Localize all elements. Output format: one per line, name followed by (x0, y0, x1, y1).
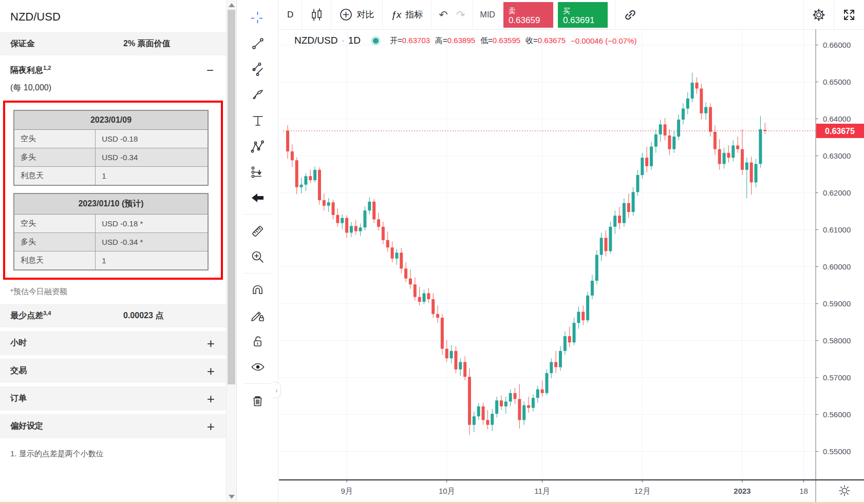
min-spread-footnote-sup: 3,4 (43, 310, 51, 316)
crosshair-icon[interactable] (246, 5, 270, 31)
margin-row: 保证金 2% 票面价值 (0, 32, 226, 55)
overnight-footnote-sup: 1,2 (43, 65, 51, 71)
buy-price: 0.63691 (563, 15, 608, 26)
svg-text:0.56000: 0.56000 (823, 410, 851, 419)
min-spread-row: 最少点差3,4 0.00023 点 (0, 304, 226, 327)
high-value: 0.63895 (447, 36, 475, 45)
instrument-info-sidebar: NZD/USD 保证金 2% 票面价值 隔夜利息1,2 − (每 10,000)… (0, 0, 226, 502)
low-value: 0.63595 (493, 36, 520, 45)
sidebar-footnote: 1. 显示的点差是两个小数位 (0, 442, 226, 459)
svg-text:0.55000: 0.55000 (823, 447, 851, 456)
candlestick-chart[interactable]: 0.660000.650000.640000.630000.620000.610… (279, 29, 864, 504)
legend-interval: 1D (348, 35, 361, 46)
magnet-icon[interactable] (246, 277, 270, 303)
svg-text:11月: 11月 (534, 487, 550, 495)
funding-table-date: 2023/01/09 (14, 110, 208, 130)
scroll-up-arrow-icon[interactable] (229, 3, 235, 7)
toolbar-divider (244, 383, 272, 384)
svg-text:0.57000: 0.57000 (823, 373, 851, 382)
brush-icon[interactable] (246, 82, 270, 108)
close-value: 0.63675 (538, 36, 566, 45)
eye-icon[interactable] (246, 354, 270, 380)
xabcd-pattern-icon[interactable] (246, 133, 270, 159)
svg-text:9月: 9月 (341, 487, 352, 495)
fx-icon: ƒx (391, 9, 401, 21)
zoom-in-icon[interactable] (246, 244, 270, 269)
funding-table-row: 空头USD -0.18 * (14, 215, 208, 233)
buy-button[interactable]: 买 0.63691 (558, 2, 608, 28)
margin-value: 2% 票面价值 (123, 38, 171, 49)
link-button[interactable] (615, 1, 645, 29)
overnight-label: 隔夜利息 (10, 66, 43, 74)
funding-table-row: 多头USD -0.34 * (14, 233, 208, 251)
chart-canvas[interactable]: 0.660000.650000.640000.630000.620000.610… (279, 29, 864, 504)
accordion-小时[interactable]: 小时+ (0, 331, 226, 355)
parallel-channel-icon[interactable] (246, 56, 270, 82)
svg-text:0.63000: 0.63000 (823, 151, 851, 160)
open-value: 0.63703 (402, 36, 430, 45)
svg-text:18: 18 (799, 487, 808, 495)
svg-text:0.62000: 0.62000 (823, 188, 851, 197)
instrument-title: NZD/USD (0, 0, 226, 32)
chart-top-toolbar: D 对比 ƒx 指标 ↶ ↷ MID 卖 0.63659 买 0.63691 (279, 0, 864, 30)
funding-note: *预估今日融资额 (0, 286, 226, 304)
funding-table-row: 空头USD -0.18 (14, 130, 208, 148)
ruler-icon[interactable] (246, 218, 270, 244)
collapse-section-button[interactable]: − (206, 64, 214, 76)
per-unit-note: (每 10,000) (0, 82, 226, 100)
gear-icon (812, 8, 825, 22)
svg-text:0.61000: 0.61000 (823, 225, 851, 234)
accordion-偏好设定[interactable]: 偏好设定+ (0, 414, 226, 438)
arrow-marker-icon[interactable] (246, 185, 270, 210)
accordion-订单[interactable]: 订单+ (0, 386, 226, 411)
toolbar-divider (244, 214, 272, 215)
trend-line-icon[interactable] (246, 31, 270, 56)
theme-brightness-icon[interactable] (838, 484, 851, 499)
expand-plus-icon: + (207, 337, 215, 350)
funding-table: 2023/01/10 (预计)空头USD -0.18 *多头USD -0.34 … (13, 193, 209, 270)
margin-label: 保证金 (10, 38, 35, 49)
fullscreen-button[interactable] (834, 1, 864, 29)
expand-plus-icon: + (207, 392, 215, 405)
forecast-icon[interactable] (246, 159, 270, 185)
funding-table-row: 利息天1 (14, 251, 208, 270)
scroll-down-arrow-icon[interactable] (229, 495, 235, 499)
funding-table-date: 2023/01/10 (预计) (14, 193, 208, 215)
interval-button[interactable]: D (279, 1, 302, 29)
compare-plus-icon (340, 8, 352, 21)
settings-button[interactable] (804, 1, 834, 29)
undo-button[interactable]: ↶ (431, 1, 452, 29)
indicators-button[interactable]: ƒx 指标 (383, 1, 431, 29)
drawing-toolbar (237, 0, 278, 502)
chart-legend: NZD/USD · 1D 开=0.63703 高=0.63895 低=0.635… (294, 35, 637, 46)
low-label: 低= (480, 36, 493, 45)
price-source-selector[interactable]: MID (480, 10, 495, 20)
scrollbar-thumb[interactable] (228, 10, 235, 384)
svg-text:0.63675: 0.63675 (825, 127, 855, 135)
sidebar-scrollbar[interactable] (226, 0, 237, 502)
bottom-page-strip (0, 502, 864, 504)
min-spread-label: 最少点差 (10, 311, 43, 320)
unlock-icon[interactable] (246, 328, 270, 354)
chart-style-button[interactable] (302, 1, 331, 29)
redo-button[interactable]: ↷ (452, 1, 473, 29)
svg-text:0.64000: 0.64000 (823, 114, 851, 123)
sell-button[interactable]: 卖 0.63659 (503, 2, 553, 28)
candles-icon (310, 8, 323, 22)
trash-icon[interactable] (246, 387, 270, 413)
close-label: 收= (525, 36, 538, 45)
compare-button[interactable]: 对比 (331, 1, 382, 29)
funding-table-row: 多头USD -0.34 (14, 148, 208, 167)
svg-text:10月: 10月 (439, 487, 455, 495)
accordion-交易[interactable]: 交易+ (0, 359, 226, 383)
fullscreen-icon (842, 8, 856, 22)
text-tool-icon[interactable] (246, 108, 270, 133)
svg-text:0.59000: 0.59000 (823, 299, 851, 308)
link-icon (624, 8, 637, 22)
funding-highlight-box: 2023/01/09空头USD -0.18多头USD -0.34利息天12023… (3, 101, 223, 280)
min-spread-value: 0.00023 点 (123, 311, 163, 321)
drawing-lock-icon[interactable] (246, 303, 270, 328)
svg-text:0.65000: 0.65000 (823, 77, 851, 86)
toolbar-collapse-handle[interactable]: ‹ (273, 382, 281, 398)
legend-symbol: NZD/USD (294, 35, 337, 46)
